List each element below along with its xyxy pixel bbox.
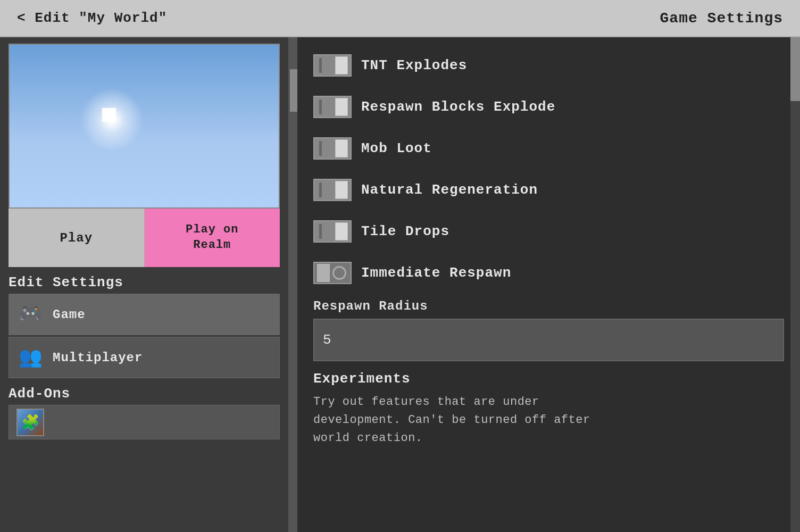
addon-thumbnail: 🧩 bbox=[16, 409, 44, 436]
toggle-natural-regeneration[interactable] bbox=[313, 179, 352, 201]
respawn-radius-label: Respawn Radius bbox=[313, 299, 784, 313]
page-title: Game Settings bbox=[660, 10, 783, 27]
toggle-label-tnt-explodes: TNT Explodes bbox=[361, 57, 467, 73]
right-panel: TNT Explodes Respawn Blocks Explode Mob … bbox=[297, 37, 800, 532]
multiplayer-icon: 👥 bbox=[16, 344, 44, 371]
sun-icon bbox=[102, 108, 116, 122]
respawn-radius-section: Respawn Radius bbox=[313, 296, 784, 371]
add-ons-heading: Add-Ons bbox=[9, 386, 280, 402]
toggle-row-immediate-respawn: Immediate Respawn bbox=[313, 254, 784, 292]
right-scrollbar-thumb bbox=[790, 37, 800, 101]
play-on-realm-button[interactable]: Play on Realm bbox=[145, 209, 280, 267]
toggle-row-respawn-blocks-explode: Respawn Blocks Explode bbox=[313, 88, 784, 126]
right-scrollbar[interactable] bbox=[790, 37, 800, 532]
game-icon: 🎮 bbox=[16, 301, 44, 328]
respawn-radius-input[interactable] bbox=[313, 319, 784, 361]
settings-list: 🎮 Game 👥 Multiplayer bbox=[9, 294, 280, 378]
toggle-label-respawn-blocks-explode: Respawn Blocks Explode bbox=[361, 99, 555, 115]
main-layout: Play Play on Realm Edit Settings 🎮 Game … bbox=[0, 37, 800, 532]
toggle-immediate-respawn[interactable] bbox=[313, 262, 352, 284]
toggle-label-immediate-respawn: Immediate Respawn bbox=[361, 265, 511, 281]
toggle-row-mob-loot: Mob Loot bbox=[313, 130, 784, 167]
left-scrollbar-thumb bbox=[290, 69, 297, 112]
multiplayer-label: Multiplayer bbox=[53, 351, 143, 365]
toggle-tile-drops[interactable] bbox=[313, 220, 352, 243]
toggle-label-tile-drops: Tile Drops bbox=[361, 223, 449, 239]
play-button[interactable]: Play bbox=[9, 209, 145, 267]
toggle-row-tnt-explodes: TNT Explodes bbox=[313, 47, 784, 84]
toggle-row-natural-regeneration: Natural Regeneration bbox=[313, 171, 784, 209]
world-preview bbox=[9, 44, 280, 209]
left-panel: Play Play on Realm Edit Settings 🎮 Game … bbox=[0, 37, 290, 532]
experiments-description: Try out features that are under developm… bbox=[313, 393, 784, 447]
sidebar-item-addons[interactable]: 🧩 bbox=[9, 405, 280, 439]
toggle-respawn-blocks-explode[interactable] bbox=[313, 96, 352, 118]
sidebar-item-multiplayer[interactable]: 👥 Multiplayer bbox=[9, 337, 280, 378]
toggle-label-mob-loot: Mob Loot bbox=[361, 140, 432, 156]
toggle-label-natural-regeneration: Natural Regeneration bbox=[361, 182, 538, 198]
edit-settings-heading: Edit Settings bbox=[9, 275, 280, 290]
game-label: Game bbox=[53, 307, 86, 322]
left-scrollbar[interactable] bbox=[290, 37, 297, 532]
toggle-tnt-explodes[interactable] bbox=[313, 54, 352, 77]
header: < Edit "My World" Game Settings bbox=[0, 0, 800, 37]
toggle-row-tile-drops: Tile Drops bbox=[313, 213, 784, 250]
back-button[interactable]: < Edit "My World" bbox=[17, 10, 167, 26]
sidebar-item-game[interactable]: 🎮 Game bbox=[9, 294, 280, 335]
experiments-section: Experiments Try out features that are un… bbox=[313, 371, 784, 447]
toggle-mob-loot[interactable] bbox=[313, 137, 352, 160]
experiments-heading: Experiments bbox=[313, 371, 784, 387]
play-buttons-row: Play Play on Realm bbox=[9, 209, 280, 267]
